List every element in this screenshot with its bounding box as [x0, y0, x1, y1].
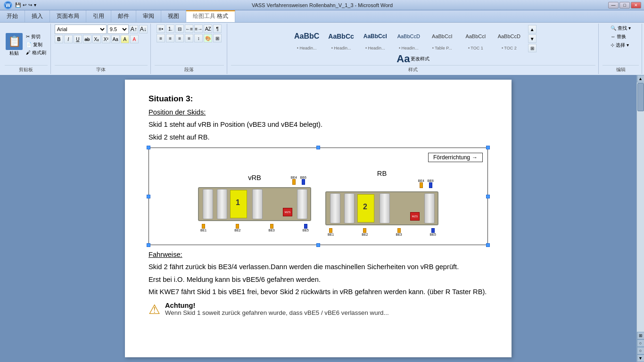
subscript-button[interactable]: X₂: [92, 35, 101, 43]
tab-insert[interactable]: 插入: [25, 10, 50, 22]
styles-scroll: ▲ ▼ ⊞: [528, 25, 537, 52]
line-spacing-button[interactable]: ↕: [194, 34, 203, 42]
rb-label: RB: [377, 170, 387, 177]
office-button[interactable]: W: [4, 1, 12, 9]
bold-button[interactable]: B: [55, 35, 63, 43]
qat-redo[interactable]: ↪: [28, 2, 32, 8]
scroll-next[interactable]: ○: [637, 347, 644, 354]
tab-start[interactable]: 开始: [0, 10, 25, 22]
paragraph-group-label: 段落: [155, 65, 224, 73]
cut-button[interactable]: ✂ 剪切: [25, 33, 48, 41]
be1-vrb-bottom: BE1: [200, 224, 206, 236]
close-button[interactable]: ✕: [631, 2, 641, 8]
vrb-mz-box: MZS: [283, 208, 292, 216]
font-name-select[interactable]: Arial: [55, 25, 107, 34]
scroll-track[interactable]: [637, 82, 644, 332]
style-toc2[interactable]: AaBbCcD • TOC 2: [493, 25, 526, 53]
increase-font-button[interactable]: A↑: [130, 25, 138, 33]
rb-mz-box: MZS: [410, 212, 420, 221]
find-button[interactable]: 🔍 查找 ▾: [609, 25, 632, 32]
multilevel-list-button[interactable]: ⊟: [175, 25, 184, 33]
font-controls: Arial 9.5 A↑ A↓ B I U ab X₂ X² Aa A: [55, 25, 148, 65]
rb-belt: 2 MZS: [325, 189, 438, 227]
styles-scroll-up[interactable]: ▲: [528, 25, 537, 33]
select-button[interactable]: ⊹ 选择 ▾: [609, 41, 630, 49]
change-styles-button[interactable]: Aa 更改样式: [396, 53, 429, 65]
style-table[interactable]: AaBbCcI • Table P...: [426, 25, 459, 53]
qat-undo[interactable]: ↩: [23, 2, 26, 8]
styles-group-label: 样式: [231, 65, 595, 73]
direction-area: Förderrichtung →: [154, 153, 483, 167]
tab-layout[interactable]: 页面布局: [50, 10, 86, 22]
achtung-body: Wenn Skid 1 soweit zurück gefahren wurde…: [165, 309, 389, 316]
font-size-select[interactable]: 9.5: [107, 25, 129, 34]
handle-bottom: [316, 243, 320, 247]
number-list-button[interactable]: 1.: [166, 25, 174, 33]
tab-drawing-format[interactable]: 绘图工具 格式: [186, 10, 235, 22]
style-toc1[interactable]: AaBbCcl • TOC 1: [459, 25, 492, 53]
paste-button[interactable]: 📋 粘贴: [5, 32, 24, 58]
handle-bottomright: [486, 243, 490, 247]
border-button[interactable]: ⊞: [213, 34, 222, 42]
decrease-font-button[interactable]: A↓: [139, 25, 148, 33]
format-painter-button[interactable]: 🖌 格式刷: [25, 49, 48, 57]
style-preview-heading1: AaBbC: [294, 27, 319, 46]
vertical-scrollbar[interactable]: ▲ ⊞ ○ ○ ▼: [636, 75, 644, 362]
strikethrough-button[interactable]: ab: [83, 35, 91, 43]
align-right-button[interactable]: ≡: [175, 34, 184, 42]
shading-button[interactable]: 🎨: [204, 34, 212, 42]
sort-button[interactable]: AZ: [204, 25, 212, 33]
tab-review[interactable]: 审阅: [136, 10, 161, 22]
underline-button[interactable]: U: [74, 35, 82, 43]
decrease-indent-button[interactable]: ←≡: [185, 25, 193, 33]
achtung-title: Achtung!: [165, 302, 389, 309]
style-heading4[interactable]: AaBbCcD • Headin...: [392, 25, 425, 53]
show-marks-button[interactable]: ¶: [213, 25, 222, 33]
maximize-button[interactable]: □: [619, 2, 630, 8]
fahrweise-para1: Skid 2 fährt zurück bis BE3/4 verlassen.…: [149, 262, 488, 272]
superscript-button[interactable]: X²: [102, 35, 110, 43]
tab-references[interactable]: 引用: [86, 10, 111, 22]
minimize-button[interactable]: —: [608, 2, 619, 8]
achtung-section: ⚠ Achtung! Wenn Skid 1 soweit zurück gef…: [149, 302, 488, 317]
align-left-button[interactable]: ≡: [157, 34, 165, 42]
style-preview-table: AaBbCcI: [432, 27, 452, 46]
styles-more[interactable]: ⊞: [528, 44, 537, 52]
scroll-settings[interactable]: ⊞: [637, 332, 644, 339]
handle-topleft: [147, 146, 150, 149]
editing-group: 🔍 查找 ▾ ↔ 替换 ⊹ 选择 ▾ 编辑: [600, 24, 642, 74]
justify-button[interactable]: ≡: [185, 34, 193, 42]
style-heading2[interactable]: AaBbCc • Headin...: [324, 25, 358, 53]
scroll-thumb[interactable]: [637, 83, 644, 111]
vrb-label: vRB: [248, 174, 261, 181]
tab-mail[interactable]: 邮件: [111, 10, 136, 22]
style-preview-toc2: AaBbCcD: [498, 27, 520, 46]
be6-vrb: BE6: [300, 176, 306, 185]
rb-mz-label: MZS: [412, 215, 418, 218]
vrb-section: vRB BE4 BE6: [198, 174, 311, 236]
vrb-belt: 1 MZS: [198, 185, 311, 223]
vrb-mz-label: MZS: [285, 211, 291, 214]
style-heading3[interactable]: AaBbCcI • Headin...: [359, 25, 392, 53]
align-center-button[interactable]: ≡: [166, 34, 174, 42]
copy-button[interactable]: 📄 复制: [25, 41, 48, 49]
styles-list: AaBbC • Headin... AaBbCc • Headin... AaB…: [290, 25, 537, 53]
style-heading1[interactable]: AaBbC • Headin...: [290, 25, 323, 53]
highlight-button[interactable]: A: [121, 35, 129, 43]
bullet-list-button[interactable]: ≡•: [157, 25, 165, 33]
qat-save[interactable]: 💾: [15, 2, 21, 8]
clear-format-button[interactable]: Aa: [111, 35, 120, 43]
replace-button[interactable]: ↔ 替换: [609, 33, 627, 41]
direction-arrow: →: [472, 154, 478, 161]
font-color-button[interactable]: A: [130, 35, 139, 43]
scroll-down-button[interactable]: ▼: [637, 354, 644, 362]
style-preview-heading3: AaBbCcI: [363, 27, 387, 46]
tab-view[interactable]: 视图: [161, 10, 186, 22]
italic-button[interactable]: I: [64, 35, 73, 43]
scroll-select[interactable]: ○: [637, 339, 644, 347]
increase-indent-button[interactable]: ≡→: [194, 25, 203, 33]
styles-scroll-down[interactable]: ▼: [528, 34, 537, 43]
editing-buttons: 🔍 查找 ▾ ↔ 替换 ⊹ 选择 ▾: [609, 25, 632, 65]
document-scroll-area[interactable]: Situation 3: Position der Skids: Skid 1 …: [0, 75, 636, 362]
scroll-up-button[interactable]: ▲: [637, 75, 644, 82]
